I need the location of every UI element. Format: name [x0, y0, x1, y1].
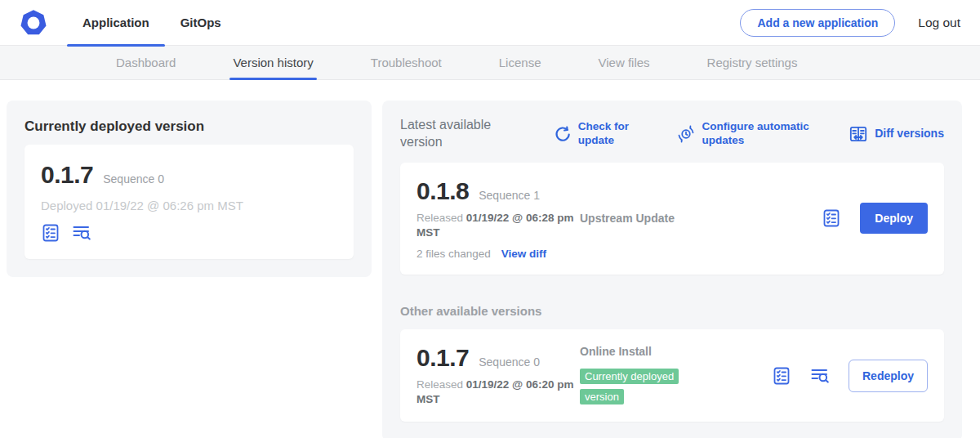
add-application-button[interactable]: Add a new application	[740, 9, 895, 37]
preflight-checklist-icon[interactable]	[822, 208, 841, 228]
other-release-info: 0.1.7 Sequence 0 Released 01/19/22 @ 06:…	[416, 344, 580, 407]
other-version-number: 0.1.7	[416, 344, 469, 372]
view-diff-link[interactable]: View diff	[501, 248, 546, 260]
tab-gitops[interactable]: GitOps	[165, 0, 237, 46]
redeploy-button[interactable]: Redeploy	[849, 360, 928, 392]
deployed-icon-row	[41, 223, 337, 243]
refresh-icon	[554, 125, 572, 143]
deployed-version-number: 0.1.7	[41, 161, 93, 189]
latest-release-row: 0.1.8 Sequence 1 Released 01/19/22 @ 06:…	[400, 163, 944, 275]
latest-release-actions: Deploy	[822, 203, 928, 234]
latest-available-card: Latest available version Check for updat…	[382, 101, 962, 438]
app-logo-icon	[18, 7, 49, 38]
latest-available-header: Latest available version Check for updat…	[400, 117, 944, 151]
deploy-button[interactable]: Deploy	[860, 203, 928, 234]
preflight-checklist-icon[interactable]	[41, 223, 60, 243]
other-released-timestamp: Released 01/19/22 @ 06:20 pm MST	[416, 378, 580, 407]
app-subnav: Dashboard Version history Troubleshoot L…	[0, 46, 980, 80]
deployed-timestamp: Deployed 01/19/22 @ 06:26 pm MST	[41, 199, 337, 212]
currently-deployed-card: Currently deployed version 0.1.7 Sequenc…	[7, 101, 372, 277]
preflight-checklist-icon[interactable]	[772, 366, 791, 386]
subnav-view-files[interactable]: View files	[598, 46, 649, 79]
currently-deployed-title: Currently deployed version	[24, 118, 354, 135]
deployed-version-row: 0.1.7 Sequence 0	[41, 161, 337, 189]
diff-versions-button[interactable]: Diff versions	[849, 124, 944, 144]
latest-release-info: 0.1.8 Sequence 1 Released 01/19/22 @ 06:…	[416, 177, 580, 260]
subnav-troubleshoot[interactable]: Troubleshoot	[371, 46, 442, 79]
deployed-version-card: 0.1.7 Sequence 0 Deployed 01/19/22 @ 06:…	[24, 145, 354, 259]
files-changed-label: 2 files changed	[416, 248, 491, 260]
main-content: Currently deployed version 0.1.7 Sequenc…	[0, 80, 980, 438]
diff-search-icon[interactable]	[72, 223, 91, 243]
other-release-row: 0.1.7 Sequence 0 Released 01/19/22 @ 06:…	[400, 329, 944, 422]
subnav-registry-settings[interactable]: Registry settings	[707, 46, 798, 79]
logout-link[interactable]: Log out	[918, 16, 960, 30]
clock-refresh-icon	[677, 125, 695, 143]
latest-version-number: 0.1.8	[416, 177, 469, 205]
latest-sequence-label: Sequence 1	[479, 189, 540, 202]
latest-available-title: Latest available version	[400, 117, 514, 151]
deployed-sequence-label: Sequence 0	[103, 172, 164, 185]
other-release-actions: Redeploy	[772, 360, 928, 392]
tab-application[interactable]: Application	[67, 0, 165, 46]
top-nav-bar: Application GitOps Add a new application…	[0, 0, 980, 46]
subnav-dashboard[interactable]: Dashboard	[116, 46, 176, 79]
latest-released-timestamp: Released 01/19/22 @ 06:28 pm MST	[416, 211, 580, 240]
other-release-source: Online Install Currently deployed versio…	[580, 345, 772, 407]
other-sequence-label: Sequence 0	[479, 355, 540, 369]
configure-automatic-updates-button[interactable]: Configure automatic updates	[677, 120, 809, 148]
diff-versions-icon	[849, 124, 868, 144]
top-nav-tabs: Application GitOps	[67, 0, 237, 46]
top-bar-actions: Add a new application Log out	[740, 9, 960, 37]
latest-release-source: Upstream Update	[580, 212, 822, 225]
currently-deployed-badge: Currently deployed version	[580, 369, 679, 405]
subnav-version-history[interactable]: Version history	[233, 46, 313, 79]
diff-search-icon[interactable]	[810, 366, 830, 386]
check-for-update-button[interactable]: Check for update	[554, 120, 639, 148]
other-versions-title: Other available versions	[400, 304, 944, 318]
subnav-license[interactable]: License	[499, 46, 541, 79]
